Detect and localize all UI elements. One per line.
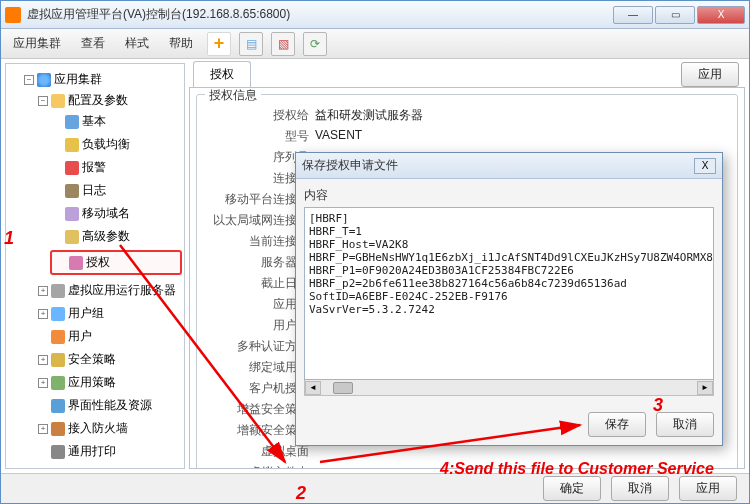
- dialog-title: 保存授权申请文件: [302, 157, 694, 174]
- balance-icon: [65, 138, 79, 152]
- log-icon: [65, 184, 79, 198]
- cancel-button[interactable]: 取消: [611, 476, 669, 501]
- tree-config[interactable]: 配置及参数: [68, 92, 128, 109]
- group-title: 授权信息: [205, 87, 261, 104]
- server-icon: [51, 284, 65, 298]
- close-button[interactable]: X: [697, 6, 745, 24]
- apply-button-top[interactable]: 应用: [681, 62, 739, 87]
- tree-basic[interactable]: 基本: [82, 113, 106, 130]
- footer: 确定 取消 应用: [1, 473, 749, 503]
- maximize-button[interactable]: ▭: [655, 6, 695, 24]
- tree-auth[interactable]: 授权: [86, 254, 110, 271]
- dialog-hscrollbar[interactable]: ◄ ►: [304, 380, 714, 396]
- ok-button[interactable]: 确定: [543, 476, 601, 501]
- menu-help[interactable]: 帮助: [163, 31, 199, 56]
- book-icon: [65, 115, 79, 129]
- minimize-button[interactable]: —: [613, 6, 653, 24]
- menu-view[interactable]: 查看: [75, 31, 111, 56]
- save-request-dialog: 保存授权申请文件 X 内容 [HBRF] HBRF_T=1 HBRF_Host=…: [295, 152, 723, 446]
- lock-icon: [51, 353, 65, 367]
- scroll-right-icon[interactable]: ►: [697, 381, 713, 395]
- tree-uires[interactable]: 界面性能及资源: [68, 397, 152, 414]
- print-icon: [51, 445, 65, 459]
- sidebar-tree[interactable]: −应用集群 −配置及参数 基本 负载均衡 报警 日志 移动域名 高级参数 授权: [5, 63, 185, 469]
- mobile-icon: [65, 207, 79, 221]
- tree-auth-selected: 授权: [50, 250, 182, 275]
- dialog-textarea[interactable]: [HBRF] HBRF_T=1 HBRF_Host=VA2K8 HBRF_P=G…: [304, 207, 714, 380]
- val-model: VASENT: [315, 128, 729, 145]
- toolbar-btn-4[interactable]: ⟳: [303, 32, 327, 56]
- warn-icon: [65, 161, 79, 175]
- tree-curstate[interactable]: 集群当前状态: [54, 468, 126, 469]
- firewall-icon: [51, 422, 65, 436]
- tree-mobile[interactable]: 移动域名: [82, 205, 130, 222]
- val-to: 益和研发测试服务器: [315, 107, 729, 124]
- app-icon: [5, 7, 21, 23]
- tree-usergroup[interactable]: 用户组: [68, 305, 104, 322]
- user-icon: [51, 330, 65, 344]
- toolbar-add-button[interactable]: +: [207, 32, 231, 56]
- dialog-save-button[interactable]: 保存: [588, 412, 646, 437]
- auth-icon: [69, 256, 83, 270]
- globe-icon: [37, 73, 51, 87]
- tree-vserver[interactable]: 虚拟应用运行服务器: [68, 282, 176, 299]
- dialog-content-label: 内容: [304, 187, 714, 204]
- scroll-thumb[interactable]: [333, 382, 353, 394]
- tree-secpolicy[interactable]: 安全策略: [68, 351, 116, 368]
- tree-root[interactable]: 应用集群: [54, 71, 102, 88]
- toolbar-btn-3[interactable]: ▧: [271, 32, 295, 56]
- tree-firewall[interactable]: 接入防火墙: [68, 420, 128, 437]
- tree-alarm[interactable]: 报警: [82, 159, 106, 176]
- app-icon-tree: [51, 376, 65, 390]
- gear-icon: [65, 230, 79, 244]
- ui-icon: [51, 399, 65, 413]
- dialog-cancel-button[interactable]: 取消: [656, 412, 714, 437]
- menu-style[interactable]: 样式: [119, 31, 155, 56]
- group-icon: [51, 307, 65, 321]
- tree-user[interactable]: 用户: [68, 328, 92, 345]
- window-title: 虚拟应用管理平台(VA)控制台(192.168.8.65:6800): [27, 6, 613, 23]
- titlebar: 虚拟应用管理平台(VA)控制台(192.168.8.65:6800) — ▭ X: [1, 1, 749, 29]
- folder-icon: [51, 94, 65, 108]
- tree-advanced[interactable]: 高级参数: [82, 228, 130, 245]
- tree-print[interactable]: 通用打印: [68, 443, 116, 460]
- expand-icon[interactable]: −: [24, 75, 34, 85]
- toolbar-btn-2[interactable]: ▤: [239, 32, 263, 56]
- menubar: 应用集群 查看 样式 帮助 + ▤ ▧ ⟳: [1, 29, 749, 59]
- dialog-close-button[interactable]: X: [694, 158, 716, 174]
- tab-auth[interactable]: 授权: [193, 61, 251, 87]
- apply-button[interactable]: 应用: [679, 476, 737, 501]
- menu-cluster[interactable]: 应用集群: [7, 31, 67, 56]
- tree-log[interactable]: 日志: [82, 182, 106, 199]
- tree-apppolicy[interactable]: 应用策略: [68, 374, 116, 391]
- scroll-left-icon[interactable]: ◄: [305, 381, 321, 395]
- tree-balance[interactable]: 负载均衡: [82, 136, 130, 153]
